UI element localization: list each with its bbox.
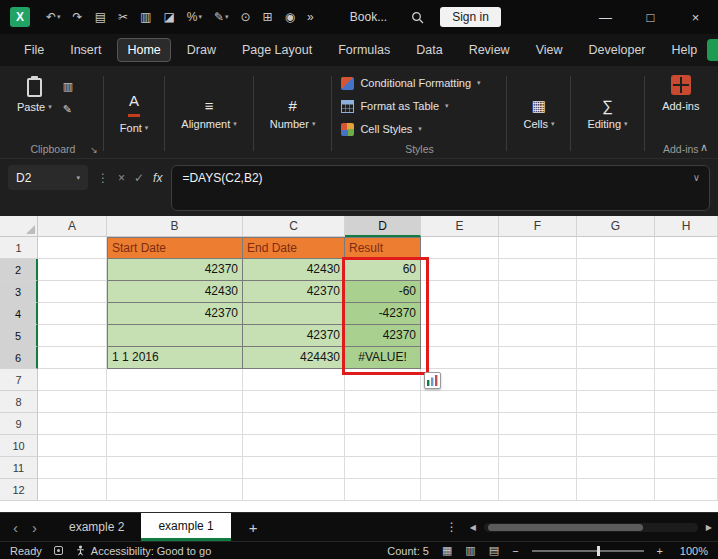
row-header-11[interactable]: 11 <box>0 457 38 479</box>
cell-D7[interactable] <box>345 369 421 391</box>
sign-in-button[interactable]: Sign in <box>440 7 501 27</box>
row-header-12[interactable]: 12 <box>0 479 38 501</box>
cell-A7[interactable] <box>38 369 107 391</box>
column-header-F[interactable]: F <box>499 216 577 237</box>
cell-H2[interactable] <box>655 259 718 281</box>
cell-D3[interactable]: -60 <box>345 281 421 303</box>
cell-A5[interactable] <box>38 325 107 347</box>
cell-F12[interactable] <box>499 479 577 501</box>
share-button[interactable]: ↗ Share ▾ <box>707 39 718 61</box>
cell-G3[interactable] <box>577 281 655 303</box>
clipboard-dialog-launcher-icon[interactable]: ↘ <box>90 145 98 155</box>
row-header-1[interactable]: 1 <box>0 237 38 259</box>
cell-H6[interactable] <box>655 347 718 369</box>
cell-A9[interactable] <box>38 413 107 435</box>
cell-D9[interactable] <box>345 413 421 435</box>
cell-H3[interactable] <box>655 281 718 303</box>
cell-E9[interactable] <box>421 413 499 435</box>
cell-B9[interactable] <box>107 413 243 435</box>
tab-review[interactable]: Review <box>459 38 520 62</box>
cell-C9[interactable] <box>243 413 345 435</box>
tab-formulas[interactable]: Formulas <box>328 38 400 62</box>
cell-C3[interactable]: 42370 <box>243 281 345 303</box>
cell-H12[interactable] <box>655 479 718 501</box>
cell-C8[interactable] <box>243 391 345 413</box>
cell-A12[interactable] <box>38 479 107 501</box>
minimize-button[interactable]: — <box>583 0 628 34</box>
zoom-in-button[interactable]: + <box>657 545 663 557</box>
cell-F4[interactable] <box>499 303 577 325</box>
row-header-8[interactable]: 8 <box>0 391 38 413</box>
column-header-B[interactable]: B <box>107 216 243 237</box>
cell-styles-button[interactable]: Cell Styles ▾ <box>341 119 499 139</box>
scroll-left-icon[interactable]: ◀ <box>470 523 476 532</box>
cell-E10[interactable] <box>421 435 499 457</box>
sheet-nav-left-icon[interactable]: ‹ <box>6 519 25 536</box>
column-header-A[interactable]: A <box>38 216 107 237</box>
tab-page-layout[interactable]: Page Layout <box>232 38 322 62</box>
row-header-3[interactable]: 3 <box>0 281 38 303</box>
row-header-10[interactable]: 10 <box>0 435 38 457</box>
cell-F2[interactable] <box>499 259 577 281</box>
cell-F7[interactable] <box>499 369 577 391</box>
column-header-G[interactable]: G <box>577 216 655 237</box>
sheet-options-icon[interactable]: ⋮ <box>442 520 462 534</box>
formula-input[interactable]: =DAYS(C2,B2) ∨ <box>171 165 710 211</box>
pin-button[interactable]: ⊙ <box>239 9 253 25</box>
zoom-slider[interactable] <box>532 550 644 552</box>
merge-center-button[interactable]: ⊞ <box>261 9 275 25</box>
cell-D4[interactable]: -42370 <box>345 303 421 325</box>
cancel-formula-icon[interactable]: × <box>118 165 125 190</box>
scroll-right-icon[interactable]: ▶ <box>706 523 712 532</box>
insert-function-icon[interactable]: fx <box>153 165 162 190</box>
cell-H9[interactable] <box>655 413 718 435</box>
cell-D5[interactable]: 42370 <box>345 325 421 347</box>
copy-button[interactable]: ▥ <box>138 9 153 25</box>
cell-C11[interactable] <box>243 457 345 479</box>
cell-H7[interactable] <box>655 369 718 391</box>
enter-formula-icon[interactable]: ✓ <box>134 165 144 190</box>
cell-H1[interactable] <box>655 237 718 259</box>
zoom-level[interactable]: 100% <box>676 545 708 557</box>
alignment-group-button[interactable]: ≡ Alignment▾ <box>170 69 247 158</box>
macro-record-icon[interactable] <box>54 546 63 555</box>
cell-C2[interactable]: 42430 <box>243 259 345 281</box>
cell-D8[interactable] <box>345 391 421 413</box>
cell-C10[interactable] <box>243 435 345 457</box>
addins-button[interactable]: Add-ins <box>650 69 713 141</box>
column-header-E[interactable]: E <box>421 216 499 237</box>
column-header-H[interactable]: H <box>655 216 718 237</box>
cell-C5[interactable]: 42370 <box>243 325 345 347</box>
row-header-7[interactable]: 7 <box>0 369 38 391</box>
row-header-5[interactable]: 5 <box>0 325 38 347</box>
cell-C1[interactable]: End Date <box>243 237 345 259</box>
normal-view-button[interactable]: ▦ <box>442 544 452 557</box>
cell-E3[interactable] <box>421 281 499 303</box>
column-header-D[interactable]: D <box>345 216 421 237</box>
new-sheet-button[interactable]: + <box>237 519 270 536</box>
row-header-4[interactable]: 4 <box>0 303 38 325</box>
name-box[interactable]: D2 ▾ <box>8 165 88 190</box>
cell-H11[interactable] <box>655 457 718 479</box>
tab-data[interactable]: Data <box>406 38 452 62</box>
cell-D2[interactable]: 60 <box>345 259 421 281</box>
tab-insert[interactable]: Insert <box>60 38 111 62</box>
editing-group-button[interactable]: ∑ Editing▾ <box>576 69 638 158</box>
horizontal-scrollbar[interactable] <box>484 523 698 532</box>
cell-B2[interactable]: 42370 <box>107 259 243 281</box>
cell-G10[interactable] <box>577 435 655 457</box>
row-header-2[interactable]: 2 <box>0 259 38 281</box>
cell-G8[interactable] <box>577 391 655 413</box>
number-group-button[interactable]: # Number▾ <box>259 69 327 158</box>
cell-D1[interactable]: Result <box>345 237 421 259</box>
cell-G11[interactable] <box>577 457 655 479</box>
cell-G6[interactable] <box>577 347 655 369</box>
cell-E6[interactable] <box>421 347 499 369</box>
cell-G4[interactable] <box>577 303 655 325</box>
excel-logo-icon[interactable]: X <box>10 7 30 27</box>
cell-F3[interactable] <box>499 281 577 303</box>
column-header-C[interactable]: C <box>243 216 345 237</box>
zoom-out-button[interactable]: − <box>512 545 518 557</box>
cell-B10[interactable] <box>107 435 243 457</box>
more-commands-button[interactable]: » <box>305 9 316 25</box>
